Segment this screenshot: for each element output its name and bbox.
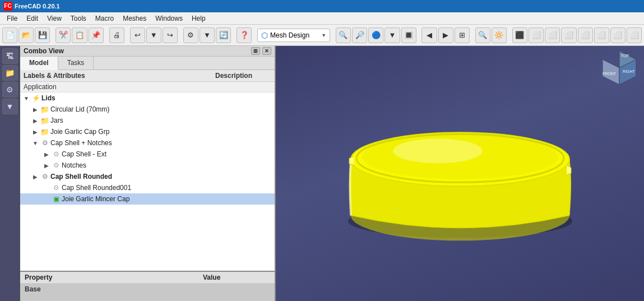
- save-button[interactable]: 💾: [35, 27, 50, 43]
- menu-item-edit[interactable]: Edit: [22, 13, 43, 24]
- part-icon: ⚙: [52, 161, 61, 170]
- tree-col-description: Description: [215, 72, 271, 80]
- tree-row[interactable]: ▶ ⚙ Notches: [20, 160, 275, 171]
- copy-button[interactable]: 📋: [72, 27, 87, 43]
- menu-bar: FileEditViewToolsMacroMeshesWindowsHelp: [0, 12, 644, 25]
- prop-col-property: Property: [25, 274, 203, 281]
- tree-row[interactable]: ▼ ⚡ Lids: [20, 92, 275, 104]
- expand-icon[interactable]: ▶: [43, 150, 50, 158]
- sidebar-icon-folder[interactable]: 📁: [2, 65, 18, 81]
- tree-row[interactable]: ▶ ⚙ Cap Shell - Ext: [20, 149, 275, 160]
- menu-item-view[interactable]: View: [43, 13, 66, 24]
- tree-row[interactable]: ▶ ⚙ Cap Shell Rounded: [20, 171, 275, 182]
- redo-button[interactable]: ↪: [163, 27, 178, 43]
- expand-icon[interactable]: ▶: [31, 173, 39, 180]
- title-bar: FC FreeCAD 0.20.1: [0, 0, 644, 12]
- svg-text:TOP: TOP: [621, 54, 629, 58]
- sidebar-icon-expand[interactable]: ▼: [2, 99, 18, 114]
- sidebar-icon-parts[interactable]: ⚙: [2, 82, 18, 98]
- open-button[interactable]: 📂: [18, 27, 34, 43]
- expand-icon[interactable]: ▼: [31, 139, 39, 147]
- tree-col-labels: Labels & Attributes: [24, 72, 215, 80]
- tree-header: Labels & Attributes Description: [20, 70, 275, 82]
- fit-all-button[interactable]: 🔍: [336, 27, 351, 43]
- forward-button[interactable]: ▶: [438, 27, 453, 43]
- macro-dropdown[interactable]: ▼: [200, 27, 215, 43]
- props-header: Property Value: [20, 272, 275, 284]
- menu-item-file[interactable]: File: [2, 13, 22, 24]
- expand-icon[interactable]: ▶: [31, 105, 39, 113]
- print-button[interactable]: 🖨: [109, 27, 124, 43]
- app-title: FreeCAD 0.20.1: [15, 3, 60, 10]
- help-button[interactable]: ❓: [237, 27, 252, 43]
- expand-icon[interactable]: ▶: [31, 117, 39, 124]
- combo-view-header: Combo View ⊞ ✕: [20, 46, 275, 57]
- draw-style-dropdown[interactable]: ▼: [384, 27, 400, 43]
- tree-row[interactable]: ▶ 📁 Jars: [20, 115, 275, 126]
- tree-row[interactable]: ▶ 📁 Circular Lid (70mm): [20, 104, 275, 115]
- props-body: Base: [20, 284, 275, 301]
- tree-item-label: Joie Garlic Cap Grp: [50, 128, 109, 136]
- menu-item-macro[interactable]: Macro: [91, 13, 118, 24]
- tree-row[interactable]: ⚙ Cap Shell Rounded001: [20, 182, 275, 193]
- combo-float-button[interactable]: ⊞: [251, 47, 260, 55]
- folder-icon: 📁: [40, 105, 49, 114]
- expand-icon[interactable]: ▶: [31, 128, 39, 136]
- menu-item-windows[interactable]: Windows: [151, 13, 187, 24]
- viewport[interactable]: TOP FRONT RIGHT: [276, 46, 644, 301]
- undo-dropdown[interactable]: ▼: [146, 27, 161, 43]
- expand-icon[interactable]: ▼: [22, 94, 30, 102]
- cut-button[interactable]: ✂️: [55, 27, 71, 43]
- main-area: 🏗 📁 ⚙ ▼ Combo View ⊞ ✕ Model Tasks Label…: [0, 46, 644, 301]
- view-top-button[interactable]: ⬜: [545, 27, 560, 43]
- refresh-button[interactable]: 🔄: [216, 27, 231, 43]
- workbench-selector[interactable]: ⬡ Mesh Design ▼: [257, 29, 330, 42]
- sidebar-icons: 🏗 📁 ⚙ ▼: [0, 46, 20, 301]
- app-icon: FC: [3, 2, 12, 11]
- tree-item-label: Cap Shell Rounded: [50, 173, 112, 180]
- svg-text:FRONT: FRONT: [603, 72, 617, 76]
- new-button[interactable]: 📄: [2, 27, 17, 43]
- stereo-button[interactable]: 🔳: [401, 27, 416, 43]
- svg-point-5: [393, 138, 483, 163]
- navigation-cube[interactable]: TOP FRONT RIGHT: [597, 48, 642, 93]
- menu-item-meshes[interactable]: Meshes: [118, 13, 151, 24]
- view-axo-button[interactable]: ⬜: [627, 27, 642, 43]
- draw-style-button[interactable]: 🔵: [368, 27, 383, 43]
- view-front-button[interactable]: ⬜: [529, 27, 544, 43]
- tree-item-label: Cap Shell Rounded001: [62, 184, 131, 192]
- 3d-object: [314, 86, 606, 245]
- tree-row[interactable]: ▣ Joie Garlic Mincer Cap: [20, 193, 275, 205]
- more-view-button[interactable]: ⊞: [455, 27, 470, 43]
- part-icon: ⚙: [40, 172, 49, 181]
- sidebar-icon-structure[interactable]: 🏗: [2, 48, 18, 64]
- tree-item-label: Joie Garlic Mincer Cap: [62, 195, 129, 203]
- menu-item-tools[interactable]: Tools: [66, 13, 91, 24]
- workbench-label: Mesh Design: [270, 31, 309, 39]
- tree-item-label: Lids: [41, 94, 55, 102]
- combo-close-button[interactable]: ✕: [262, 47, 271, 55]
- view-rear-button[interactable]: ⬜: [578, 27, 593, 43]
- tree-item-label: Jars: [50, 117, 63, 124]
- view-left-button[interactable]: ⬜: [610, 27, 626, 43]
- tab-model[interactable]: Model: [20, 57, 58, 70]
- combo-tabs: Model Tasks: [20, 57, 275, 70]
- view-home-button[interactable]: ⬛: [512, 27, 527, 43]
- undo-button[interactable]: ↩: [130, 27, 145, 43]
- expand-icon[interactable]: ▶: [43, 161, 50, 169]
- menu-item-help[interactable]: Help: [187, 13, 210, 24]
- fit-selection-button[interactable]: 🔎: [352, 27, 367, 43]
- zoom-in-button[interactable]: 🔆: [492, 27, 507, 43]
- tree-row[interactable]: ▶ 📁 Joie Garlic Cap Grp: [20, 126, 275, 137]
- macro-button[interactable]: ⚙: [183, 27, 198, 43]
- back-button[interactable]: ◀: [421, 27, 437, 43]
- paste-button[interactable]: 📌: [89, 27, 104, 43]
- expand-icon-empty: [43, 184, 50, 192]
- tab-tasks[interactable]: Tasks: [58, 57, 94, 70]
- view-right-button[interactable]: ⬜: [561, 27, 576, 43]
- tree-item-label: Cap Shell + Notches: [50, 139, 112, 147]
- combo-view-panel: Combo View ⊞ ✕ Model Tasks Labels & Attr…: [20, 46, 276, 301]
- tree-row[interactable]: ▼ ⚙ Cap Shell + Notches: [20, 137, 275, 149]
- zoom-out-button[interactable]: 🔍: [475, 27, 490, 43]
- view-bottom-button[interactable]: ⬜: [594, 27, 609, 43]
